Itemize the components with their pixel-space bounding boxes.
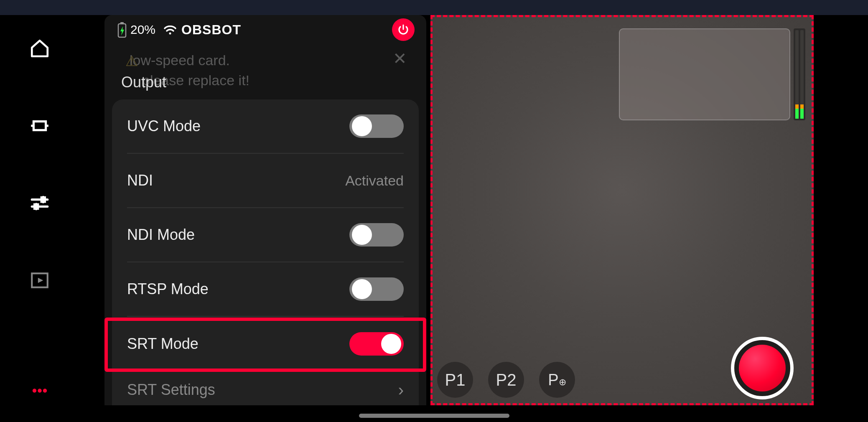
- section-title-output: Output: [121, 74, 166, 91]
- sidebar: [0, 15, 79, 422]
- right-letterbox: [814, 15, 868, 405]
- rtsp-mode-label: RTSP Mode: [127, 280, 209, 298]
- row-ndi[interactable]: NDI Activated: [127, 154, 404, 208]
- ndi-label: NDI: [127, 172, 153, 189]
- battery-indicator: 20%: [116, 21, 163, 38]
- srt-mode-toggle[interactable]: [349, 332, 404, 356]
- audio-level-meter: [794, 28, 805, 120]
- preset-p2-button[interactable]: P2: [488, 362, 524, 398]
- ndi-mode-toggle[interactable]: [349, 223, 404, 247]
- status-bar-backdrop: [0, 0, 868, 15]
- srt-settings-label: SRT Settings: [127, 381, 215, 399]
- warning-line1: low-speed card.: [130, 52, 230, 68]
- row-srt-mode: SRT Mode: [127, 317, 404, 371]
- sliders-icon[interactable]: [25, 188, 54, 218]
- close-icon[interactable]: ✕: [393, 48, 407, 69]
- more-icon[interactable]: [25, 376, 54, 405]
- wifi-icon: [163, 23, 177, 37]
- picture-in-picture-thumbnail[interactable]: [619, 28, 790, 120]
- row-srt-settings[interactable]: SRT Settings ›: [127, 371, 404, 404]
- svg-point-11: [38, 389, 41, 392]
- plus-subscript-icon: ⊕: [559, 377, 566, 388]
- output-card: UVC Mode NDI Activated NDI Mode RTSP Mod…: [112, 99, 419, 405]
- power-button[interactable]: [392, 18, 415, 41]
- aspect-ratio-icon[interactable]: [25, 111, 54, 140]
- record-button-inner: [739, 345, 786, 391]
- row-uvc-mode: UVC Mode: [127, 99, 404, 154]
- uvc-mode-label: UVC Mode: [127, 117, 201, 135]
- battery-percent: 20%: [130, 23, 155, 37]
- play-in-box-icon[interactable]: [25, 266, 54, 295]
- record-button[interactable]: [731, 337, 794, 399]
- svg-rect-0: [33, 122, 46, 130]
- row-rtsp-mode: RTSP Mode: [127, 262, 404, 317]
- uvc-mode-toggle[interactable]: [349, 114, 404, 138]
- home-indicator[interactable]: [359, 414, 509, 418]
- preset-row: P1 P2 P⊕: [437, 362, 575, 398]
- ndi-status-value: Activated: [345, 173, 404, 189]
- svg-point-10: [33, 389, 36, 392]
- output-settings-panel: 20% OBSBOT ⚠ low-speed card. please repl…: [104, 15, 426, 405]
- preset-p1-button[interactable]: P1: [437, 362, 473, 398]
- ndi-mode-label: NDI Mode: [127, 226, 195, 244]
- panel-header: 20% OBSBOT: [104, 15, 426, 44]
- row-ndi-mode: NDI Mode: [127, 208, 404, 262]
- srt-mode-label: SRT Mode: [127, 335, 199, 353]
- preset-add-button[interactable]: P⊕: [539, 362, 575, 398]
- warning-icon: ⚠: [125, 51, 138, 71]
- sd-card-warning: ⚠ low-speed card. please replace it! ✕: [104, 44, 426, 102]
- chevron-right-icon: ›: [398, 381, 404, 399]
- wifi-ssid: OBSBOT: [181, 22, 241, 38]
- svg-point-12: [43, 389, 47, 392]
- svg-point-15: [169, 33, 171, 35]
- rtsp-mode-toggle[interactable]: [349, 277, 404, 301]
- home-icon[interactable]: [25, 34, 54, 63]
